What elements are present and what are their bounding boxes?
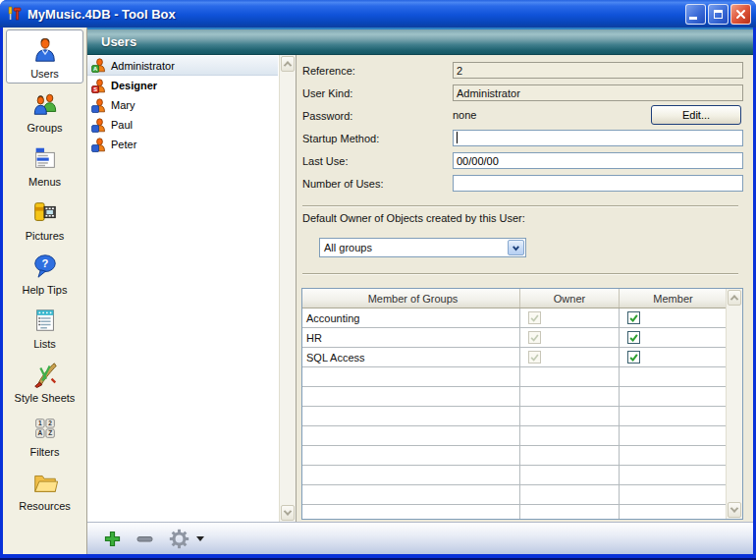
table-row-empty[interactable]: [302, 466, 742, 485]
user-row-administrator[interactable]: A Administrator: [87, 56, 278, 76]
column-header-owner[interactable]: Owner: [520, 289, 620, 308]
edit-password-button[interactable]: Edit...: [651, 105, 741, 125]
table-row[interactable]: SQL Access: [302, 348, 742, 367]
user-row-peter[interactable]: Peter: [87, 135, 278, 154]
actions-menu-button[interactable]: [169, 529, 204, 549]
table-row-empty[interactable]: [302, 426, 742, 446]
member-checkbox[interactable]: [627, 311, 640, 324]
maximize-button[interactable]: [708, 4, 729, 25]
user-badge-icon: [91, 118, 106, 133]
close-button[interactable]: [730, 4, 751, 25]
folder-icon: [31, 466, 59, 499]
sidebar-label: Pictures: [26, 230, 65, 242]
user-name: Designer: [111, 80, 157, 91]
sidebar-label: Filters: [30, 446, 60, 458]
sidebar-label: Style Sheets: [15, 392, 76, 404]
field-row-last-use: Last Use:: [302, 152, 743, 170]
column-header-member-of-groups[interactable]: Member of Groups: [302, 289, 520, 308]
field-label: Password:: [302, 110, 352, 122]
owner-checkbox-disabled: [528, 351, 541, 364]
group-name: HR: [302, 328, 520, 348]
svg-text:1: 1: [38, 420, 42, 426]
plus-icon: [104, 531, 121, 547]
table-header: Member of Groups Owner Member: [302, 289, 742, 308]
reference-field: 2: [453, 62, 743, 79]
window: MyMusic.4DB - Tool Box: [0, 0, 756, 560]
field-label: Reference:: [302, 65, 355, 77]
selected-option: All groups: [320, 242, 508, 253]
user-badge-icon: [91, 138, 106, 152]
sidebar-item-groups[interactable]: Groups: [6, 84, 83, 138]
group-name: Accounting: [302, 308, 520, 328]
table-row[interactable]: Accounting: [302, 308, 742, 328]
member-checkbox[interactable]: [627, 331, 640, 344]
gear-icon: [169, 529, 189, 549]
user-name: Paul: [111, 119, 133, 131]
toolbox-app-icon: [6, 6, 23, 23]
sidebar-item-style-sheets[interactable]: Style Sheets: [6, 354, 83, 408]
number-of-uses-input[interactable]: [453, 175, 743, 192]
chevron-up-icon: [284, 61, 292, 69]
user-icon: [31, 33, 59, 67]
last-use-input[interactable]: [453, 152, 743, 169]
table-row[interactable]: HR: [302, 328, 742, 348]
table-row-empty[interactable]: [302, 485, 742, 505]
section-header: Users: [87, 28, 753, 55]
sidebar-item-lists[interactable]: Lists: [6, 300, 83, 354]
svg-text:A: A: [37, 429, 42, 436]
remove-user-button[interactable]: [136, 531, 153, 547]
add-user-button[interactable]: [104, 531, 121, 547]
user-list: A Administrator S Designer: [87, 55, 297, 522]
table-scrollbar[interactable]: [726, 289, 742, 519]
field-row-number-of-uses: Number of Uses:: [302, 175, 743, 193]
film-icon: [31, 196, 59, 229]
divider: [302, 205, 738, 207]
column-header-member[interactable]: Member: [620, 289, 728, 308]
scroll-up-button[interactable]: [281, 56, 295, 72]
member-checkbox[interactable]: [627, 351, 640, 364]
minimize-button[interactable]: [685, 4, 706, 25]
default-owner-label: Default Owner of Objects created by this…: [302, 212, 525, 224]
chevron-down-icon: [284, 507, 292, 515]
minimize-icon: [689, 17, 697, 20]
user-badge-icon: [91, 98, 106, 113]
field-label: Startup Method:: [302, 133, 379, 144]
user-row-designer[interactable]: S Designer: [87, 76, 278, 95]
user-row-paul[interactable]: Paul: [87, 115, 278, 135]
paintbrush-icon: [31, 358, 59, 391]
table-row-empty[interactable]: [302, 387, 742, 407]
table-row-empty[interactable]: [302, 505, 742, 520]
divider: [302, 273, 738, 275]
chevron-down-icon: [730, 504, 738, 512]
close-icon: [735, 9, 746, 20]
scroll-down-button[interactable]: [281, 505, 295, 521]
owner-checkbox-disabled: [528, 311, 541, 324]
table-row-empty[interactable]: [302, 407, 742, 426]
keycaps-icon: 1 2 A Z: [31, 412, 59, 445]
field-row-user-kind: User Kind: Administrator: [302, 84, 743, 102]
sidebar-item-users[interactable]: Users: [6, 29, 83, 84]
combo-dropdown-button[interactable]: [508, 240, 524, 255]
table-row-empty[interactable]: [302, 446, 742, 466]
scroll-up-button[interactable]: [728, 290, 741, 306]
sidebar-item-resources[interactable]: Resources: [6, 462, 83, 516]
chevron-down-icon: [511, 243, 521, 253]
table-row-empty[interactable]: [302, 367, 742, 387]
user-name: Mary: [111, 99, 135, 111]
sidebar-item-help-tips[interactable]: ? Help Tips: [6, 246, 83, 300]
text-caret: [457, 132, 458, 143]
menus-icon: [31, 141, 59, 175]
default-owner-select[interactable]: All groups: [319, 238, 526, 257]
user-badge-icon: S: [91, 79, 106, 93]
notepad-icon: [31, 304, 59, 337]
user-list-scrollbar[interactable]: [279, 55, 296, 522]
sidebar-label: Menus: [28, 176, 61, 188]
section-title: Users: [101, 34, 136, 49]
user-row-mary[interactable]: Mary: [87, 95, 278, 115]
sidebar-item-filters[interactable]: 1 2 A Z Filters: [6, 408, 83, 462]
startup-method-input[interactable]: [453, 130, 743, 146]
field-row-startup-method: Startup Method:: [302, 130, 743, 147]
sidebar-item-pictures[interactable]: Pictures: [6, 192, 83, 246]
scroll-down-button[interactable]: [728, 502, 741, 518]
sidebar-item-menus[interactable]: Menus: [6, 138, 83, 192]
